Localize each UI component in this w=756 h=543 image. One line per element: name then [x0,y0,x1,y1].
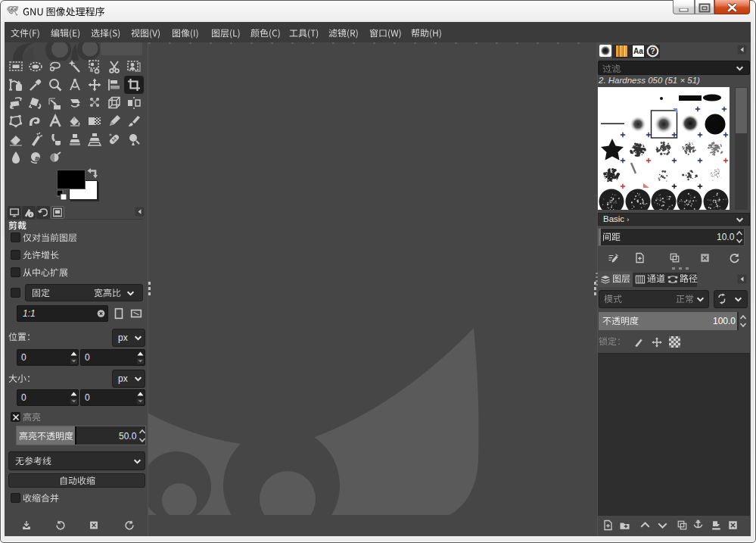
svg-text:?: ? [650,47,655,55]
